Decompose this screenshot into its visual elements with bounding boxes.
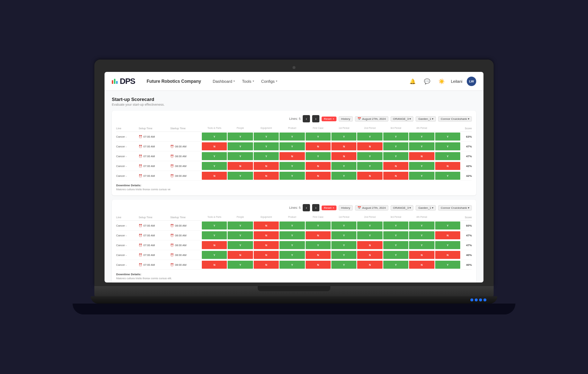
user-filter-2[interactable]: Connor Cruickshank ▾	[438, 205, 472, 211]
section-toolbar-2: Lines: 5 ‹ › Reset × History 📅 August 27	[116, 204, 472, 211]
col-setup: Setup Time	[139, 127, 170, 130]
table-row: Cancer - ⏰07:00 AM ⏰08:00 AM Y Y Y N Y N…	[116, 151, 472, 161]
nav-configs[interactable]: Configs ▾	[258, 78, 280, 85]
theme-icon[interactable]: ☀️	[436, 76, 446, 86]
reset-filter-1[interactable]: Reset ×	[322, 117, 336, 121]
col-startup: Startup Time	[170, 216, 201, 219]
col-score: Score	[461, 216, 472, 219]
table-row: Cancer - ⏰07:00 AM ⏰08:00 AM N Y N Y N Y…	[116, 171, 472, 181]
logo-bar-blue	[116, 81, 118, 84]
table-header-1: Line Setup Time Startup Time Tools & Par…	[116, 125, 472, 132]
clock-icon: ⏰	[170, 224, 174, 227]
section-toolbar-1: Lines: 5 ‹ › Reset × History 📅 August 27	[116, 115, 472, 122]
clock-icon: ⏰	[139, 224, 142, 227]
table-row: Cancer - ⏰07:00 AM ⏰08:00 AM Y N N Y N Y…	[116, 250, 472, 260]
date-filter-2[interactable]: 📅 August 27th, 2024	[355, 205, 388, 211]
clock-icon: ⏰	[170, 253, 174, 257]
logo-icon	[112, 79, 118, 84]
nav-tools[interactable]: Tools ▾	[239, 78, 257, 85]
cells-area: Y Y N Y N Y Y Y Y N	[202, 231, 460, 239]
col-line: Line	[116, 127, 138, 130]
table-row: Cancer - ⏰07:00 AM ⏰08:00 AM Y N N Y N Y…	[116, 161, 472, 171]
table-row: Cancer - ⏰07:00 AM ⏰08:00 AM N Y N Y N Y…	[116, 260, 472, 270]
cells-area: N Y N Y N Y N N Y Y	[202, 172, 460, 180]
cells-area: Y Y Y Y Y Y Y Y Y Y	[202, 133, 460, 141]
close-icon: ×	[332, 206, 334, 210]
chevron-down-icon: ▾	[276, 80, 277, 83]
laptop-base	[94, 286, 494, 296]
cells-area: N Y N Y N Y N Y N Y	[202, 261, 460, 269]
col-line: Line	[116, 216, 138, 219]
col-metrics: Tools & Parts People Equipment Product F…	[202, 216, 460, 219]
nav-next-btn-1[interactable]: ›	[312, 115, 319, 122]
table-row: Cancer - ⏰07:00 AM Y Y Y Y Y Y Y Y Y	[116, 132, 472, 142]
app-header: DPS Future Robotics Company Dashboard ▾ …	[105, 72, 483, 91]
scorecard-section-2: Lines: 5 ‹ › Reset × History 📅 August 27	[112, 200, 476, 282]
laptop-screen: DPS Future Robotics Company Dashboard ▾ …	[105, 72, 483, 282]
col-metrics: Tools & Parts People Equipment Product F…	[202, 127, 460, 130]
lines-label-2: Lines: 5	[289, 206, 301, 210]
clock-icon: ⏰	[139, 253, 142, 257]
chevron-down-icon: ▾	[253, 80, 254, 83]
table-row: Cancer - ⏰07:00 AM ⏰08:00 AM Y Y N Y Y Y…	[116, 221, 472, 231]
nav-prev-btn-1[interactable]: ‹	[303, 115, 310, 122]
user-name: Leilani	[451, 79, 462, 84]
clock-icon: ⏰	[170, 244, 174, 247]
company-name: Future Robotics Company	[147, 79, 201, 84]
history-filter-1[interactable]: History	[339, 116, 353, 122]
bell-icon[interactable]: 🔔	[407, 76, 417, 86]
cells-area: Y Y N Y Y Y Y Y Y Y	[202, 221, 460, 229]
clock-icon: ⏰	[170, 145, 174, 148]
nav-dashboard[interactable]: Dashboard ▾	[210, 78, 238, 85]
reset-filter-2[interactable]: Reset ×	[322, 206, 336, 210]
col-setup: Setup Time	[139, 216, 170, 219]
clock-icon: ⏰	[139, 135, 142, 138]
nav-next-btn-2[interactable]: ›	[312, 204, 319, 211]
clock-icon: ⏰	[139, 234, 142, 237]
lines-label-1: Lines: 5	[289, 117, 301, 121]
cells-area: Y N N Y N Y N Y N N	[202, 251, 460, 259]
close-icon: ×	[332, 117, 334, 121]
clock-icon: ⏰	[139, 263, 142, 267]
scorecard-section-1: Lines: 5 ‹ › Reset × History 📅 August 27	[112, 111, 476, 195]
orange-filter-2[interactable]: ORANGE_3 ▾	[391, 205, 414, 211]
orange-filter-1[interactable]: ORANGE_3 ▾	[391, 116, 414, 122]
logo-text: DPS	[120, 77, 135, 86]
nav-menu: Dashboard ▾ Tools ▾ Configs ▾	[210, 78, 280, 85]
camera	[293, 66, 295, 69]
garden-filter-1[interactable]: Garden_1 ▾	[416, 116, 436, 122]
table-row: Cancer - ⏰07:00 AM ⏰08:00 AM Y Y N Y N Y…	[116, 231, 472, 240]
avatar[interactable]: LW	[467, 77, 476, 86]
clock-icon: ⏰	[170, 234, 174, 237]
clock-icon: ⏰	[139, 155, 142, 158]
clock-icon: ⏰	[170, 174, 174, 178]
logo-bar-green	[114, 79, 115, 84]
clock-icon: ⏰	[139, 174, 142, 178]
history-filter-2[interactable]: History	[339, 205, 353, 211]
col-score: Score	[461, 127, 472, 130]
clock-icon: ⏰	[170, 164, 174, 168]
logo: DPS	[112, 77, 141, 86]
laptop-bottom	[91, 296, 497, 304]
clock-icon: ⏰	[139, 244, 142, 247]
clock-icon: ⏰	[170, 263, 174, 267]
app-content: Start-up Scorecard Evaluate your start-u…	[105, 91, 483, 282]
garden-filter-2[interactable]: Garden_1 ▾	[416, 205, 436, 211]
clock-icon: ⏰	[139, 145, 142, 148]
nav-prev-btn-2[interactable]: ‹	[303, 204, 310, 211]
downtime-section-1: Downtime Details: Maiores cultura tristi…	[116, 184, 472, 191]
chat-icon[interactable]: 💬	[422, 76, 432, 86]
laptop-stand	[258, 286, 330, 291]
cells-area: Y Y Y N Y N Y Y N Y	[202, 152, 460, 160]
cells-area: N Y Y Y N N N Y Y Y	[202, 142, 460, 150]
page-title: Start-up Scorecard	[112, 97, 476, 102]
screen-bezel: DPS Future Robotics Company Dashboard ▾ …	[94, 60, 494, 286]
page-subtitle: Evaluate your start-up effectiveness.	[112, 103, 476, 106]
downtime-section-2: Downtime Details: Maiores cultura tristi…	[116, 273, 472, 280]
date-filter-1[interactable]: 📅 August 27th, 2024	[355, 116, 388, 122]
laptop-foot	[73, 304, 515, 314]
table-row: Cancer - ⏰07:00 AM ⏰08:00 AM N Y N Y Y Y…	[116, 240, 472, 250]
cells-area: Y N N Y N Y Y N Y N	[202, 162, 460, 170]
user-filter-1[interactable]: Connor Cruickshank ▾	[438, 116, 472, 122]
chevron-down-icon: ▾	[233, 80, 235, 83]
